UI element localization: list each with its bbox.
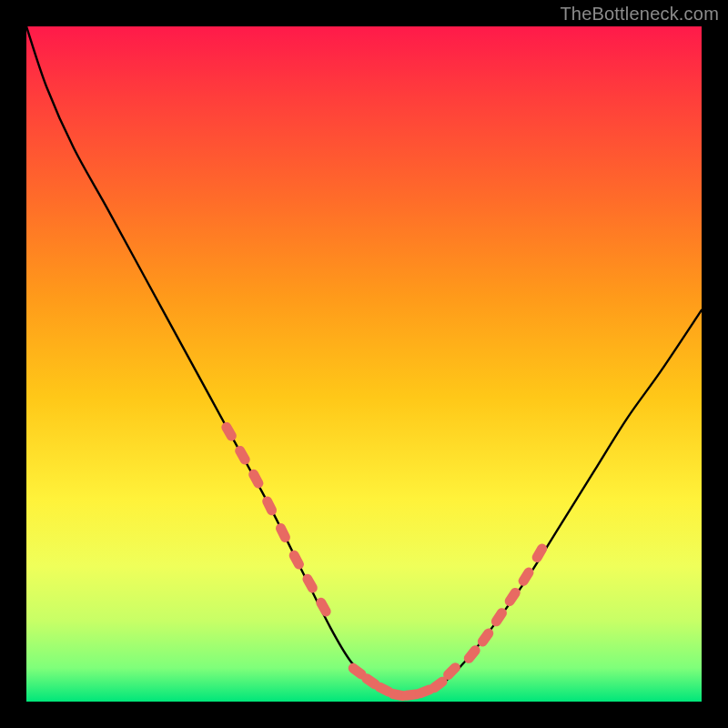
watermark-text: TheBottleneck.com (560, 4, 719, 25)
chart-svg (26, 26, 702, 702)
marker-left (219, 420, 238, 443)
marker-left (274, 521, 292, 544)
marker-left (233, 444, 251, 467)
marker-left (288, 549, 306, 571)
chart-plot-area (26, 26, 702, 702)
marker-right (531, 541, 549, 564)
bottleneck-curve (26, 26, 702, 695)
marker-left (260, 495, 278, 518)
